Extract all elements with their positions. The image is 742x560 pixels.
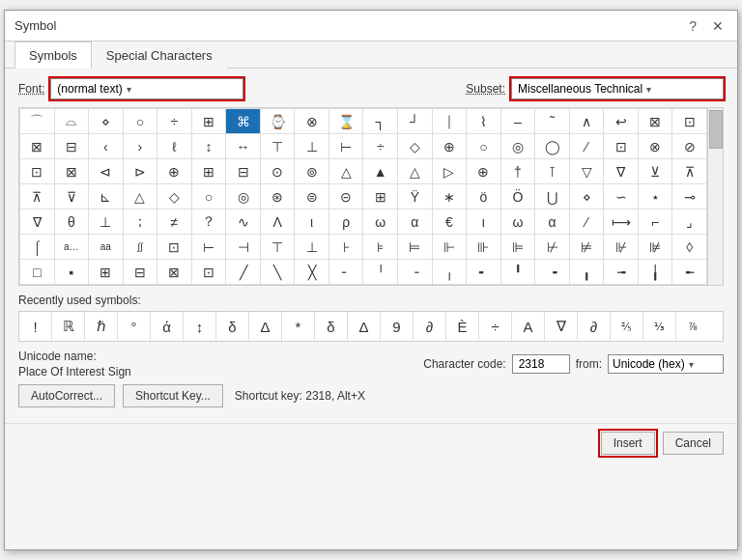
symbol-cell[interactable]: α bbox=[398, 210, 433, 235]
symbol-cell[interactable]: ⊮ bbox=[604, 235, 639, 260]
symbol-cell[interactable]: ÷ bbox=[157, 109, 192, 134]
symbol-cell[interactable]: ⌐ bbox=[639, 210, 673, 235]
symbol-cell[interactable]: △ bbox=[329, 159, 364, 184]
symbol-cell[interactable]: ö bbox=[467, 184, 501, 210]
symbol-cell[interactable]: ｜ bbox=[433, 109, 468, 134]
autocorrect-button[interactable]: AutoCorrect... bbox=[18, 384, 115, 407]
symbol-cell[interactable]: ⊞ bbox=[363, 184, 398, 210]
symbol-cell[interactable]: Λ bbox=[261, 210, 296, 235]
recently-cell[interactable]: ∂ bbox=[414, 312, 446, 341]
tab-symbols[interactable]: Symbols bbox=[14, 42, 92, 69]
symbol-cell[interactable]: ╶ bbox=[398, 260, 433, 285]
symbol-cell[interactable]: ⊟ bbox=[55, 134, 90, 159]
symbol-cell[interactable]: △ bbox=[124, 184, 158, 210]
symbol-cell[interactable]: ◇ bbox=[157, 184, 192, 210]
help-button[interactable]: ? bbox=[685, 16, 700, 36]
recently-cell[interactable]: ⅓ bbox=[643, 312, 676, 341]
symbol-cell[interactable]: ╽ bbox=[639, 260, 673, 285]
symbol-cell[interactable]: ○ bbox=[192, 184, 227, 210]
symbol-cell[interactable]: ╴ bbox=[329, 260, 364, 285]
symbol-cell[interactable]: – bbox=[501, 109, 536, 134]
symbol-cell[interactable]: ╷ bbox=[433, 260, 468, 285]
symbol-cell[interactable]: ╼ bbox=[604, 260, 639, 285]
symbol-cell[interactable]: ⊚ bbox=[295, 159, 329, 184]
symbol-cell[interactable]: ⊣ bbox=[226, 235, 261, 260]
symbol-cell[interactable]: ⌟ bbox=[672, 210, 707, 235]
symbol-cell[interactable]: ⊢ bbox=[192, 235, 227, 260]
symbol-cell[interactable]: ╹ bbox=[501, 260, 536, 285]
symbol-cell[interactable]: ω bbox=[501, 210, 536, 235]
recently-cell[interactable]: ⅖ bbox=[611, 312, 643, 341]
symbol-cell[interactable]: ⊛ bbox=[261, 184, 296, 210]
symbol-cell[interactable]: ⊼ bbox=[20, 184, 55, 210]
symbol-cell[interactable]: ∕ bbox=[570, 210, 605, 235]
symbol-cell[interactable]: ⊟ bbox=[124, 260, 158, 285]
symbol-cell[interactable]: ⊼ bbox=[672, 159, 707, 184]
symbol-cell[interactable]: ↩ bbox=[604, 109, 639, 134]
symbol-cell[interactable]: ⊽ bbox=[55, 184, 90, 210]
symbol-cell[interactable]: ⟼ bbox=[604, 210, 639, 235]
symbol-cell[interactable]: ⌇ bbox=[467, 109, 501, 134]
symbol-cell[interactable]: ⊕ bbox=[433, 134, 468, 159]
symbol-cell[interactable]: ⊠ bbox=[157, 260, 192, 285]
recently-cell[interactable]: È bbox=[446, 312, 479, 341]
symbol-cell[interactable]: ⊞ bbox=[89, 260, 124, 285]
symbol-cell[interactable]: ⊠ bbox=[639, 109, 673, 134]
symbol-cell[interactable]: ⌓ bbox=[55, 109, 90, 134]
symbol-cell[interactable]: ； bbox=[124, 210, 158, 235]
symbol-cell[interactable]: ◎ bbox=[501, 134, 536, 159]
symbol-cell[interactable]: ‹ bbox=[89, 134, 124, 159]
symbol-cell[interactable]: ∗ bbox=[433, 184, 468, 210]
recently-cell[interactable]: ! bbox=[19, 312, 52, 341]
symbol-cell[interactable]: ╻ bbox=[570, 260, 605, 285]
symbol-cell[interactable]: ◇ bbox=[398, 134, 433, 159]
recently-cell[interactable]: * bbox=[282, 312, 315, 341]
recently-cell[interactable]: ά bbox=[151, 312, 184, 341]
symbol-cell[interactable]: θ bbox=[55, 210, 90, 235]
symbol-cell[interactable]: ÷ bbox=[363, 134, 398, 159]
recently-cell[interactable]: Δ bbox=[249, 312, 282, 341]
symbol-cell[interactable]: ⊻ bbox=[639, 159, 673, 184]
grid-scrollbar[interactable] bbox=[707, 108, 723, 285]
symbol-cell[interactable]: ↕ bbox=[192, 134, 227, 159]
symbol-cell[interactable]: ⊞ bbox=[192, 159, 227, 184]
symbol-cell[interactable]: ⌠ bbox=[20, 235, 55, 260]
recently-cell[interactable]: ° bbox=[118, 312, 151, 341]
symbol-cell[interactable]: ι bbox=[467, 210, 501, 235]
symbol-cell[interactable]: ⊥ bbox=[295, 134, 329, 159]
symbol-cell[interactable]: △ bbox=[398, 159, 433, 184]
recently-cell[interactable]: ÷ bbox=[479, 312, 512, 341]
symbol-cell[interactable]: ⊡ bbox=[604, 134, 639, 159]
recently-cell[interactable]: δ bbox=[315, 312, 348, 341]
symbol-cell[interactable]: ⊬ bbox=[535, 235, 570, 260]
recently-cell[interactable]: ℏ bbox=[85, 312, 118, 341]
symbol-cell[interactable]: ⊥ bbox=[89, 210, 124, 235]
symbol-cell[interactable]: ∧ bbox=[570, 109, 605, 134]
symbol-cell[interactable]: ⊡ bbox=[672, 109, 707, 134]
symbol-cell[interactable]: ⊸ bbox=[672, 184, 707, 210]
symbol-cell[interactable]: ∇ bbox=[604, 159, 639, 184]
recently-cell[interactable]: A bbox=[512, 312, 545, 341]
symbol-cell[interactable]: ┐ bbox=[363, 109, 398, 134]
symbol-cell[interactable]: ω bbox=[363, 210, 398, 235]
recently-cell[interactable]: ⅞ bbox=[676, 312, 709, 341]
symbol-cell[interactable]: α bbox=[535, 210, 570, 235]
symbol-cell[interactable]: ⊕ bbox=[467, 159, 501, 184]
symbol-cell[interactable]: € bbox=[433, 210, 468, 235]
symbol-cell[interactable]: ╾ bbox=[672, 260, 707, 285]
symbol-cell[interactable]: ≠ bbox=[157, 210, 192, 235]
symbol-cell[interactable]: ⊺ bbox=[535, 159, 570, 184]
symbol-cell[interactable]: † bbox=[501, 159, 536, 184]
symbol-cell[interactable]: ⊞ bbox=[192, 109, 227, 134]
symbol-cell[interactable]: ⊗ bbox=[639, 134, 673, 159]
symbol-cell[interactable]: ⊟ bbox=[226, 159, 261, 184]
symbol-cell[interactable]: ○ bbox=[467, 134, 501, 159]
symbol-cell[interactable]: ○ bbox=[124, 109, 158, 134]
symbol-cell[interactable]: ⊳ bbox=[124, 159, 158, 184]
symbol-cell[interactable]: ⊪ bbox=[467, 235, 501, 260]
symbol-cell[interactable]: ▲ bbox=[363, 159, 398, 184]
symbol-cell[interactable]: ⊘ bbox=[672, 134, 707, 159]
symbol-cell[interactable]: □ bbox=[20, 260, 55, 285]
font-select[interactable]: (normal text) ▾ bbox=[50, 78, 243, 99]
symbol-cell[interactable]: › bbox=[124, 134, 158, 159]
